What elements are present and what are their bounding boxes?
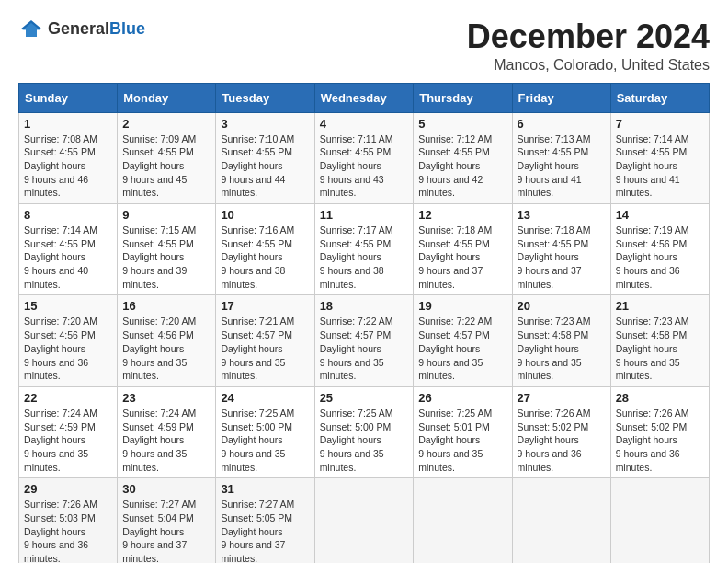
day-number: 3 xyxy=(221,117,309,131)
day-detail: Sunrise: 7:09 AM Sunset: 4:55 PM Dayligh… xyxy=(122,132,210,200)
table-row: 21 Sunrise: 7:23 AM Sunset: 4:58 PM Dayl… xyxy=(610,295,709,386)
day-detail: Sunrise: 7:26 AM Sunset: 5:03 PM Dayligh… xyxy=(24,498,112,563)
day-detail: Sunrise: 7:23 AM Sunset: 4:58 PM Dayligh… xyxy=(518,315,606,382)
day-detail: Sunrise: 7:10 AM Sunset: 4:55 PM Dayligh… xyxy=(221,132,309,200)
day-detail: Sunrise: 7:08 AM Sunset: 4:55 PM Dayligh… xyxy=(24,132,112,200)
table-row xyxy=(314,478,414,563)
table-row: 28 Sunrise: 7:26 AM Sunset: 5:02 PM Dayl… xyxy=(610,386,709,477)
day-detail: Sunrise: 7:18 AM Sunset: 4:55 PM Dayligh… xyxy=(518,224,606,291)
table-row: 22 Sunrise: 7:24 AM Sunset: 4:59 PM Dayl… xyxy=(19,386,118,477)
day-number: 17 xyxy=(221,299,309,313)
day-detail: Sunrise: 7:12 AM Sunset: 4:55 PM Dayligh… xyxy=(418,132,506,200)
day-number: 21 xyxy=(616,299,704,313)
col-friday: Friday xyxy=(512,83,610,112)
day-detail: Sunrise: 7:26 AM Sunset: 5:02 PM Dayligh… xyxy=(518,407,606,474)
day-detail: Sunrise: 7:24 AM Sunset: 4:59 PM Dayligh… xyxy=(24,407,112,474)
table-row: 24 Sunrise: 7:25 AM Sunset: 5:00 PM Dayl… xyxy=(216,386,314,477)
col-monday: Monday xyxy=(118,83,216,112)
day-number: 18 xyxy=(320,299,409,313)
day-detail: Sunrise: 7:14 AM Sunset: 4:55 PM Dayligh… xyxy=(616,132,704,200)
day-number: 8 xyxy=(24,208,112,222)
table-row: 10 Sunrise: 7:16 AM Sunset: 4:55 PM Dayl… xyxy=(216,204,314,295)
table-row: 2 Sunrise: 7:09 AM Sunset: 4:55 PM Dayli… xyxy=(118,112,216,203)
table-row: 15 Sunrise: 7:20 AM Sunset: 4:56 PM Dayl… xyxy=(19,295,118,386)
col-thursday: Thursday xyxy=(414,83,512,112)
table-row: 23 Sunrise: 7:24 AM Sunset: 4:59 PM Dayl… xyxy=(118,386,216,477)
table-row: 6 Sunrise: 7:13 AM Sunset: 4:55 PM Dayli… xyxy=(512,112,610,203)
day-detail: Sunrise: 7:15 AM Sunset: 4:55 PM Dayligh… xyxy=(122,224,210,291)
day-number: 20 xyxy=(518,299,606,313)
logo-blue-text: Blue xyxy=(109,19,145,38)
day-number: 25 xyxy=(320,391,409,405)
day-number: 1 xyxy=(24,117,112,131)
day-detail: Sunrise: 7:22 AM Sunset: 4:57 PM Dayligh… xyxy=(418,315,506,382)
svg-marker-1 xyxy=(22,23,40,37)
table-row: 19 Sunrise: 7:22 AM Sunset: 4:57 PM Dayl… xyxy=(414,295,512,386)
calendar-table: Sunday Monday Tuesday Wednesday Thursday… xyxy=(18,83,710,563)
table-row: 17 Sunrise: 7:21 AM Sunset: 4:57 PM Dayl… xyxy=(216,295,314,386)
day-detail: Sunrise: 7:19 AM Sunset: 4:56 PM Dayligh… xyxy=(616,224,704,291)
table-row: 29 Sunrise: 7:26 AM Sunset: 5:03 PM Dayl… xyxy=(19,478,118,563)
table-row: 1 Sunrise: 7:08 AM Sunset: 4:55 PM Dayli… xyxy=(19,112,118,203)
day-number: 22 xyxy=(24,391,112,405)
table-row: 18 Sunrise: 7:22 AM Sunset: 4:57 PM Dayl… xyxy=(314,295,414,386)
day-detail: Sunrise: 7:16 AM Sunset: 4:55 PM Dayligh… xyxy=(221,224,309,291)
logo-icon xyxy=(18,18,44,39)
day-detail: Sunrise: 7:26 AM Sunset: 5:02 PM Dayligh… xyxy=(616,407,704,474)
day-number: 16 xyxy=(122,299,210,313)
day-number: 6 xyxy=(518,117,606,131)
day-number: 19 xyxy=(418,299,506,313)
col-tuesday: Tuesday xyxy=(216,83,314,112)
day-detail: Sunrise: 7:11 AM Sunset: 4:55 PM Dayligh… xyxy=(320,132,409,200)
day-number: 23 xyxy=(122,391,210,405)
day-detail: Sunrise: 7:25 AM Sunset: 5:01 PM Dayligh… xyxy=(418,407,506,474)
day-number: 24 xyxy=(221,391,309,405)
day-number: 12 xyxy=(418,208,506,222)
day-number: 29 xyxy=(24,482,112,496)
table-row xyxy=(610,478,709,563)
day-number: 26 xyxy=(418,391,506,405)
table-row: 5 Sunrise: 7:12 AM Sunset: 4:55 PM Dayli… xyxy=(414,112,512,203)
calendar-header-row: Sunday Monday Tuesday Wednesday Thursday… xyxy=(19,83,710,112)
day-number: 13 xyxy=(518,208,606,222)
table-row: 3 Sunrise: 7:10 AM Sunset: 4:55 PM Dayli… xyxy=(216,112,314,203)
day-number: 28 xyxy=(616,391,704,405)
table-row: 11 Sunrise: 7:17 AM Sunset: 4:55 PM Dayl… xyxy=(314,204,414,295)
day-detail: Sunrise: 7:21 AM Sunset: 4:57 PM Dayligh… xyxy=(221,315,309,382)
day-detail: Sunrise: 7:27 AM Sunset: 5:04 PM Dayligh… xyxy=(122,498,210,563)
table-row xyxy=(414,478,512,563)
day-detail: Sunrise: 7:25 AM Sunset: 5:00 PM Dayligh… xyxy=(320,407,409,474)
day-number: 7 xyxy=(616,117,704,131)
col-wednesday: Wednesday xyxy=(314,83,414,112)
table-row: 7 Sunrise: 7:14 AM Sunset: 4:55 PM Dayli… xyxy=(610,112,709,203)
day-detail: Sunrise: 7:23 AM Sunset: 4:58 PM Dayligh… xyxy=(616,315,704,382)
day-detail: Sunrise: 7:14 AM Sunset: 4:55 PM Dayligh… xyxy=(24,224,112,291)
day-number: 31 xyxy=(221,482,309,496)
day-detail: Sunrise: 7:17 AM Sunset: 4:55 PM Dayligh… xyxy=(320,224,409,291)
day-number: 27 xyxy=(518,391,606,405)
day-detail: Sunrise: 7:20 AM Sunset: 4:56 PM Dayligh… xyxy=(24,315,112,382)
table-row: 16 Sunrise: 7:20 AM Sunset: 4:56 PM Dayl… xyxy=(118,295,216,386)
table-row: 9 Sunrise: 7:15 AM Sunset: 4:55 PM Dayli… xyxy=(118,204,216,295)
day-number: 9 xyxy=(122,208,210,222)
day-number: 30 xyxy=(122,482,210,496)
table-row: 8 Sunrise: 7:14 AM Sunset: 4:55 PM Dayli… xyxy=(19,204,118,295)
day-detail: Sunrise: 7:22 AM Sunset: 4:57 PM Dayligh… xyxy=(320,315,409,382)
day-number: 4 xyxy=(320,117,409,131)
table-row: 30 Sunrise: 7:27 AM Sunset: 5:04 PM Dayl… xyxy=(118,478,216,563)
day-detail: Sunrise: 7:18 AM Sunset: 4:55 PM Dayligh… xyxy=(418,224,506,291)
table-row: 13 Sunrise: 7:18 AM Sunset: 4:55 PM Dayl… xyxy=(512,204,610,295)
table-row: 26 Sunrise: 7:25 AM Sunset: 5:01 PM Dayl… xyxy=(414,386,512,477)
table-row: 27 Sunrise: 7:26 AM Sunset: 5:02 PM Dayl… xyxy=(512,386,610,477)
day-detail: Sunrise: 7:13 AM Sunset: 4:55 PM Dayligh… xyxy=(518,132,606,200)
page-header: GeneralBlue December 2024 Mancos, Colora… xyxy=(18,18,710,74)
table-row: 12 Sunrise: 7:18 AM Sunset: 4:55 PM Dayl… xyxy=(414,204,512,295)
day-detail: Sunrise: 7:24 AM Sunset: 4:59 PM Dayligh… xyxy=(122,407,210,474)
day-number: 11 xyxy=(320,208,409,222)
day-number: 10 xyxy=(221,208,309,222)
day-detail: Sunrise: 7:27 AM Sunset: 5:05 PM Dayligh… xyxy=(221,498,309,563)
day-number: 15 xyxy=(24,299,112,313)
day-detail: Sunrise: 7:25 AM Sunset: 5:00 PM Dayligh… xyxy=(221,407,309,474)
calendar-title: December 2024 xyxy=(467,18,710,55)
table-row: 20 Sunrise: 7:23 AM Sunset: 4:58 PM Dayl… xyxy=(512,295,610,386)
